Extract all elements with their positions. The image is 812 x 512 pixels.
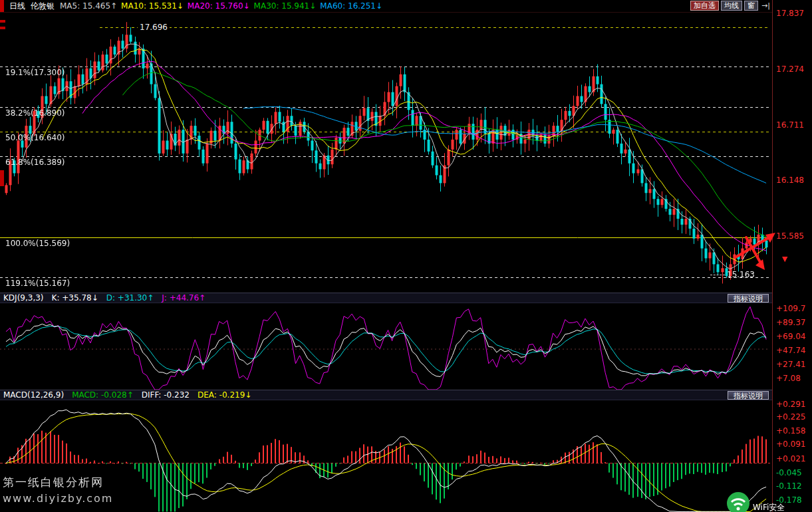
left-edge-mark	[0, 20, 5, 23]
trading-app-window: 日线 伦敦银 MA5: 15.465↑MA10: 15.531↓MA20: 15…	[0, 0, 812, 512]
watermark-url: www.diyizby.com	[3, 492, 113, 505]
down-triangle-icon: ▼	[782, 255, 787, 263]
indicator-value: DIFF: -0.232	[142, 390, 190, 400]
axis-tick: 15.585	[776, 231, 804, 241]
axis-tick: 17.837	[776, 9, 804, 18]
indicator-value: J: +44.76↑	[162, 293, 205, 303]
axis-tick: 16.711	[776, 120, 804, 130]
low-price-callout: 15.163	[710, 270, 755, 279]
top-button-均线[interactable]: 均线	[721, 1, 742, 11]
axis-tick: +69.04	[776, 332, 805, 341]
top-bar-buttons: 加自选均线窗→|	[690, 1, 770, 11]
ma-legend-item: MA20: 15.760↓	[188, 1, 250, 11]
wifi-widget[interactable]	[726, 491, 750, 512]
left-edge-mark	[0, 27, 5, 29]
kdj-values: K: +35.78↓D: +31.30↑J: +44.76↑	[52, 293, 214, 303]
low-price-label: 15.163	[727, 270, 755, 279]
axis-tick: -0.045	[776, 468, 802, 477]
axis-tick: +109.7	[776, 304, 805, 313]
axis-tick: +0.158	[776, 426, 805, 436]
macd-title: MACD(12,26,9)	[3, 390, 64, 400]
kdj-title: KDJ(9,3,3)	[3, 293, 44, 303]
axis-tick: -0.112	[776, 481, 802, 491]
axis-tick: 16.148	[776, 176, 804, 185]
wifi-icon	[726, 491, 750, 512]
axis-tick: 17.274	[776, 64, 804, 74]
axis-tick: +47.74	[776, 346, 805, 355]
top-bar: 日线 伦敦银 MA5: 15.465↑MA10: 15.531↓MA20: 15…	[0, 0, 772, 13]
collapse-panel-icon[interactable]: →|	[761, 1, 770, 10]
period-label: 日线	[9, 1, 25, 12]
ma-legend: MA5: 15.465↑MA10: 15.531↓MA20: 15.760↓MA…	[60, 1, 386, 11]
top-button-窗[interactable]: 窗	[744, 1, 758, 11]
axis-tick: +0.225	[776, 412, 805, 422]
ma-legend-item: MA5: 15.465↑	[60, 1, 117, 11]
axis-tick: +7.08	[776, 374, 801, 383]
indicator-value: K: +35.78↓	[52, 293, 98, 303]
main-price-chart[interactable]	[0, 12, 772, 293]
ma-legend-item: MA60: 16.251↓	[320, 1, 382, 11]
wifi-widget-label: WiFi安全	[753, 502, 785, 512]
price-axis: 17.83717.27416.71116.14815.585+109.7+89.…	[772, 0, 812, 512]
macd-panel-header: MACD(12,26,9) MACD: -0.028↑DIFF: -0.232D…	[0, 390, 772, 400]
window-accent-mark	[0, 0, 4, 12]
kdj-panel-header: KDJ(9,3,3) K: +35.78↓D: +31.30↑J: +44.76…	[0, 293, 772, 303]
axis-tick: +89.37	[776, 318, 805, 327]
ma-legend-item: MA30: 15.941↓	[254, 1, 317, 11]
macd-indicator-help-button[interactable]: 指标说明	[728, 391, 769, 400]
axis-tick: +0.021	[776, 454, 805, 463]
macd-values: MACD: -0.028↑DIFF: -0.232DEA: -0.219↓	[72, 390, 259, 400]
kdj-chart[interactable]	[0, 303, 772, 390]
indicator-value: D: +31.30↑	[106, 293, 154, 303]
indicator-value: DEA: -0.219↓	[198, 390, 251, 400]
axis-tick: +27.41	[776, 360, 805, 369]
kdj-indicator-help-button[interactable]: 指标说明	[728, 294, 769, 303]
axis-tick: +0.091	[776, 440, 805, 449]
watermark-site-name: 第一纸白银分析网	[3, 475, 104, 490]
leader-dash	[710, 275, 725, 275]
indicator-value: MACD: -0.028↑	[72, 390, 134, 400]
ma-legend-item: MA10: 15.531↓	[121, 1, 184, 11]
macd-chart[interactable]	[0, 400, 772, 512]
symbol-label: 伦敦银	[31, 1, 55, 12]
top-button-加自选[interactable]: 加自选	[690, 1, 719, 11]
axis-tick: +0.291	[776, 400, 805, 409]
left-clipped-candle	[0, 170, 4, 186]
